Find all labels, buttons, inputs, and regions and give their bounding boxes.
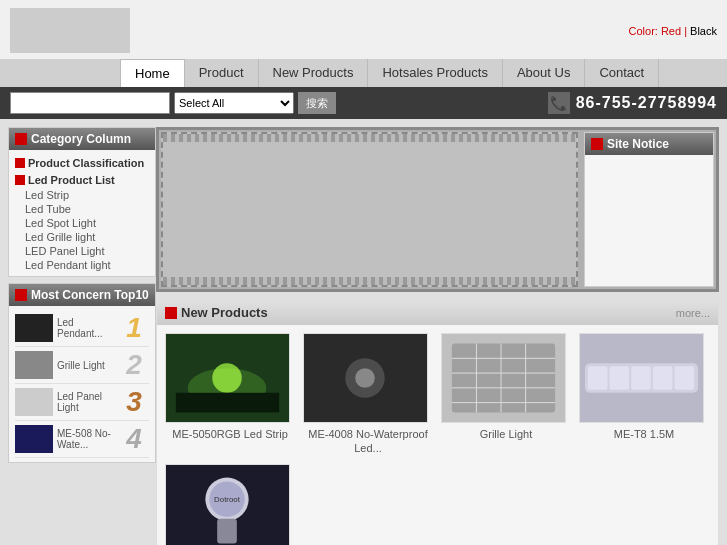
second-row: Dotroot	[157, 464, 718, 545]
product-name-4: ME-T8 1.5M	[579, 427, 709, 441]
svg-text:Dotroot: Dotroot	[214, 495, 241, 504]
classification-icon	[15, 158, 25, 168]
category-content: Product Classification Led Product List …	[9, 150, 155, 276]
top10-section: Most Concern Top10 Led Pendant... 1 Gril…	[8, 283, 156, 463]
product-link-1[interactable]: ME-5050RGB Led Strip	[172, 428, 288, 440]
new-products-section: New Products more...	[156, 300, 719, 545]
logo-area: Color: Red | Black	[0, 8, 727, 59]
classification-text: Product Classification	[28, 157, 144, 169]
product-name-2: ME-4008 No-Waterproof Led...	[303, 427, 433, 456]
product-thumb-5[interactable]: Dotroot	[165, 464, 290, 545]
top10-title-text: Most Concern Top10	[31, 288, 149, 302]
svg-rect-18	[588, 366, 608, 390]
top10-content: Led Pendant... 1 Grille Light 2 Led Pane…	[9, 306, 155, 462]
product-card-5: Dotroot	[165, 464, 295, 545]
site-notice: Site Notice	[584, 132, 714, 287]
color-black-link[interactable]: Black	[690, 25, 717, 37]
phone-number: 86-755-27758994	[576, 94, 717, 112]
product-card-4: ME-T8 1.5M	[579, 333, 709, 456]
nav-product[interactable]: Product	[185, 59, 259, 87]
site-notice-title-text: Site Notice	[607, 137, 669, 151]
category-section: Category Column Product Classification L…	[8, 127, 156, 277]
led-pendant-link[interactable]: Led Pendant light	[15, 258, 149, 272]
top10-img-3	[15, 388, 53, 416]
top10-item-4[interactable]: ME-508 No-Wate... 4	[15, 421, 149, 458]
site-notice-content	[585, 155, 713, 275]
led-panel-link[interactable]: LED Panel Light	[15, 244, 149, 258]
product-card-2: ME-4008 No-Waterproof Led...	[303, 333, 433, 456]
header: Color: Red | Black Home Product New Prod…	[0, 0, 727, 87]
product-link-2[interactable]: ME-4008 No-Waterproof Led...	[308, 428, 427, 454]
top10-title: Most Concern Top10	[9, 284, 155, 306]
new-products-header: New Products more...	[157, 301, 718, 325]
nav-contact[interactable]: Contact	[585, 59, 659, 87]
led-spot-link[interactable]: Led Spot Light	[15, 216, 149, 230]
search-button[interactable]: 搜索	[298, 92, 336, 114]
category-title-text: Category Column	[31, 132, 131, 146]
products-grid: ME-5050RGB Led Strip ME-4008 No-Waterpro…	[157, 325, 718, 464]
top10-label-3: Led Panel Light	[57, 391, 115, 413]
color-red-link[interactable]: Red	[661, 25, 681, 37]
category-title: Category Column	[9, 128, 155, 150]
sidebar: Category Column Product Classification L…	[8, 127, 156, 545]
product-card-3: Grille Light	[441, 333, 571, 456]
product-card-1: ME-5050RGB Led Strip	[165, 333, 295, 456]
product-name-1: ME-5050RGB Led Strip	[165, 427, 295, 441]
svg-rect-26	[217, 518, 237, 543]
product-thumb-4[interactable]	[579, 333, 704, 423]
site-notice-title: Site Notice	[585, 133, 713, 155]
color-links: Color: Red | Black	[629, 25, 717, 37]
svg-rect-20	[631, 366, 651, 390]
led-list-text: Led Product List	[28, 174, 115, 186]
top10-num-4: 4	[119, 423, 149, 455]
top10-img-2	[15, 351, 53, 379]
top10-img-4	[15, 425, 53, 453]
nav: Home Product New Products Hotsales Produ…	[0, 59, 727, 87]
product-thumb-2[interactable]	[303, 333, 428, 423]
svg-rect-19	[610, 366, 630, 390]
product-name-3: Grille Light	[441, 427, 571, 441]
nav-hotsales[interactable]: Hotsales Products	[368, 59, 503, 87]
top10-img-1	[15, 314, 53, 342]
banner-dots-top	[163, 134, 576, 142]
more-link[interactable]: more...	[676, 307, 710, 319]
top10-label-2: Grille Light	[57, 360, 115, 371]
category-icon	[15, 133, 27, 145]
led-list-subtitle: Led Product List	[15, 171, 149, 188]
svg-point-2	[212, 363, 242, 393]
site-notice-icon	[591, 138, 603, 150]
banner-dots-bottom	[163, 277, 576, 285]
top10-item-1[interactable]: Led Pendant... 1	[15, 310, 149, 347]
content: Site Notice New Products more...	[156, 127, 719, 545]
new-products-title-text: New Products	[181, 305, 268, 320]
search-select[interactable]: Select All	[174, 92, 294, 114]
led-strip-link[interactable]: Led Strip	[15, 188, 149, 202]
product-link-3[interactable]: Grille Light	[480, 428, 533, 440]
top10-item-3[interactable]: Led Panel Light 3	[15, 384, 149, 421]
nav-about[interactable]: About Us	[503, 59, 585, 87]
color-label: Color:	[629, 25, 658, 37]
led-list-icon	[15, 175, 25, 185]
phone-area: 📞 86-755-27758994	[548, 92, 717, 114]
search-left: Select All 搜索	[10, 92, 336, 114]
search-input[interactable]	[10, 92, 170, 114]
top10-num-1: 1	[119, 312, 149, 344]
nav-new-products[interactable]: New Products	[259, 59, 369, 87]
led-grille-link[interactable]: Led Grille light	[15, 230, 149, 244]
svg-rect-22	[674, 366, 694, 390]
top10-num-3: 3	[119, 386, 149, 418]
main: Category Column Product Classification L…	[0, 119, 727, 545]
top10-label-4: ME-508 No-Wate...	[57, 428, 115, 450]
product-thumb-3[interactable]	[441, 333, 566, 423]
product-link-4[interactable]: ME-T8 1.5M	[614, 428, 675, 440]
top10-item-2[interactable]: Grille Light 2	[15, 347, 149, 384]
nav-home[interactable]: Home	[120, 59, 185, 87]
top10-icon	[15, 289, 27, 301]
svg-rect-21	[653, 366, 673, 390]
banner-main	[161, 132, 578, 287]
led-tube-link[interactable]: Led Tube	[15, 202, 149, 216]
svg-rect-3	[176, 393, 279, 413]
product-thumb-1[interactable]	[165, 333, 290, 423]
search-bar: Select All 搜索 📞 86-755-27758994	[0, 87, 727, 119]
top10-label-1: Led Pendant...	[57, 317, 115, 339]
